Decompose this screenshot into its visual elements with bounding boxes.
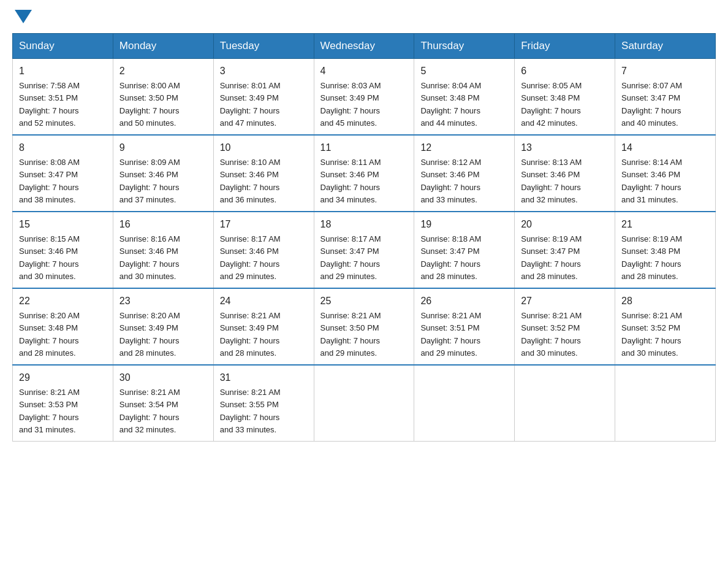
day-info: Sunrise: 8:12 AMSunset: 3:46 PMDaylight:… (420, 158, 481, 204)
day-info: Sunrise: 8:03 AMSunset: 3:49 PMDaylight:… (320, 81, 381, 128)
day-number: 18 (320, 217, 408, 232)
calendar-cell: 25 Sunrise: 8:21 AMSunset: 3:50 PMDaylig… (314, 288, 414, 365)
day-info: Sunrise: 8:21 AMSunset: 3:52 PMDaylight:… (621, 311, 682, 358)
calendar-cell: 23 Sunrise: 8:20 AMSunset: 3:49 PMDaylig… (113, 288, 213, 365)
day-number: 2 (119, 64, 207, 79)
day-info: Sunrise: 8:19 AMSunset: 3:47 PMDaylight:… (521, 234, 582, 281)
day-number: 30 (119, 370, 207, 385)
week-row-2: 8 Sunrise: 8:08 AMSunset: 3:47 PMDayligh… (13, 135, 716, 212)
day-number: 11 (320, 140, 408, 155)
day-number: 16 (119, 217, 207, 232)
day-number: 25 (320, 294, 408, 308)
calendar-cell: 28 Sunrise: 8:21 AMSunset: 3:52 PMDaylig… (615, 288, 716, 365)
day-info: Sunrise: 8:17 AMSunset: 3:47 PMDaylight:… (320, 234, 381, 281)
logo (12, 12, 32, 23)
calendar-cell: 13 Sunrise: 8:13 AMSunset: 3:46 PMDaylig… (515, 135, 615, 212)
column-header-saturday: Saturday (615, 34, 716, 59)
calendar-cell: 11 Sunrise: 8:11 AMSunset: 3:46 PMDaylig… (314, 135, 414, 212)
day-number: 15 (19, 217, 107, 232)
day-number: 22 (19, 294, 107, 308)
day-info: Sunrise: 8:01 AMSunset: 3:49 PMDaylight:… (220, 81, 281, 128)
day-number: 24 (220, 294, 308, 308)
week-row-5: 29 Sunrise: 8:21 AMSunset: 3:53 PMDaylig… (13, 365, 716, 442)
day-number: 31 (220, 370, 308, 385)
calendar-cell: 29 Sunrise: 8:21 AMSunset: 3:53 PMDaylig… (13, 365, 113, 442)
calendar-cell: 26 Sunrise: 8:21 AMSunset: 3:51 PMDaylig… (414, 288, 515, 365)
day-number: 27 (521, 294, 609, 308)
day-info: Sunrise: 8:15 AMSunset: 3:46 PMDaylight:… (19, 234, 80, 281)
week-row-3: 15 Sunrise: 8:15 AMSunset: 3:46 PMDaylig… (13, 212, 716, 288)
calendar-cell: 15 Sunrise: 8:15 AMSunset: 3:46 PMDaylig… (13, 212, 113, 288)
calendar-cell (314, 365, 414, 442)
day-number: 4 (320, 64, 408, 79)
day-info: Sunrise: 8:20 AMSunset: 3:48 PMDaylight:… (19, 311, 80, 358)
calendar-cell: 2 Sunrise: 8:00 AMSunset: 3:50 PMDayligh… (113, 59, 213, 136)
day-info: Sunrise: 8:14 AMSunset: 3:46 PMDaylight:… (621, 158, 682, 204)
calendar-cell: 27 Sunrise: 8:21 AMSunset: 3:52 PMDaylig… (515, 288, 615, 365)
day-info: Sunrise: 8:21 AMSunset: 3:52 PMDaylight:… (521, 311, 582, 358)
day-info: Sunrise: 8:13 AMSunset: 3:46 PMDaylight:… (521, 158, 582, 204)
day-info: Sunrise: 8:05 AMSunset: 3:48 PMDaylight:… (521, 81, 582, 128)
calendar-cell: 30 Sunrise: 8:21 AMSunset: 3:54 PMDaylig… (113, 365, 213, 442)
column-header-friday: Friday (515, 34, 615, 59)
day-number: 5 (420, 64, 508, 79)
calendar-cell: 3 Sunrise: 8:01 AMSunset: 3:49 PMDayligh… (213, 59, 314, 136)
column-header-wednesday: Wednesday (314, 34, 414, 59)
day-info: Sunrise: 8:08 AMSunset: 3:47 PMDaylight:… (19, 158, 80, 204)
day-number: 28 (621, 294, 709, 308)
calendar-cell: 17 Sunrise: 8:17 AMSunset: 3:46 PMDaylig… (213, 212, 314, 288)
day-number: 1 (19, 64, 107, 79)
day-info: Sunrise: 8:09 AMSunset: 3:46 PMDaylight:… (119, 158, 180, 204)
logo-triangle-icon (15, 10, 32, 23)
day-number: 20 (521, 217, 609, 232)
day-number: 26 (420, 294, 508, 308)
calendar-cell: 10 Sunrise: 8:10 AMSunset: 3:46 PMDaylig… (213, 135, 314, 212)
day-info: Sunrise: 8:21 AMSunset: 3:54 PMDaylight:… (119, 388, 180, 434)
calendar-cell (414, 365, 515, 442)
day-number: 19 (420, 217, 508, 232)
column-header-thursday: Thursday (414, 34, 515, 59)
calendar-cell: 21 Sunrise: 8:19 AMSunset: 3:48 PMDaylig… (615, 212, 716, 288)
day-number: 21 (621, 217, 709, 232)
calendar-cell: 19 Sunrise: 8:18 AMSunset: 3:47 PMDaylig… (414, 212, 515, 288)
day-number: 8 (19, 140, 107, 155)
day-number: 14 (621, 140, 709, 155)
day-info: Sunrise: 8:21 AMSunset: 3:53 PMDaylight:… (19, 388, 80, 434)
day-info: Sunrise: 7:58 AMSunset: 3:51 PMDaylight:… (19, 81, 80, 128)
calendar-cell: 31 Sunrise: 8:21 AMSunset: 3:55 PMDaylig… (213, 365, 314, 442)
calendar-cell: 9 Sunrise: 8:09 AMSunset: 3:46 PMDayligh… (113, 135, 213, 212)
day-info: Sunrise: 8:10 AMSunset: 3:46 PMDaylight:… (220, 158, 281, 204)
calendar-cell: 20 Sunrise: 8:19 AMSunset: 3:47 PMDaylig… (515, 212, 615, 288)
day-info: Sunrise: 8:07 AMSunset: 3:47 PMDaylight:… (621, 81, 682, 128)
day-info: Sunrise: 8:16 AMSunset: 3:46 PMDaylight:… (119, 234, 180, 281)
day-info: Sunrise: 8:00 AMSunset: 3:50 PMDaylight:… (119, 81, 180, 128)
day-info: Sunrise: 8:18 AMSunset: 3:47 PMDaylight:… (420, 234, 481, 281)
day-number: 7 (621, 64, 709, 79)
calendar-cell: 4 Sunrise: 8:03 AMSunset: 3:49 PMDayligh… (314, 59, 414, 136)
day-number: 23 (119, 294, 207, 308)
calendar-cell: 24 Sunrise: 8:21 AMSunset: 3:49 PMDaylig… (213, 288, 314, 365)
calendar-cell (515, 365, 615, 442)
day-info: Sunrise: 8:04 AMSunset: 3:48 PMDaylight:… (420, 81, 481, 128)
week-row-4: 22 Sunrise: 8:20 AMSunset: 3:48 PMDaylig… (13, 288, 716, 365)
calendar-header-row: SundayMondayTuesdayWednesdayThursdayFrid… (13, 34, 716, 59)
day-number: 9 (119, 140, 207, 155)
day-number: 10 (220, 140, 308, 155)
day-info: Sunrise: 8:17 AMSunset: 3:46 PMDaylight:… (220, 234, 281, 281)
calendar-cell: 16 Sunrise: 8:16 AMSunset: 3:46 PMDaylig… (113, 212, 213, 288)
column-header-tuesday: Tuesday (213, 34, 314, 59)
day-info: Sunrise: 8:21 AMSunset: 3:55 PMDaylight:… (220, 388, 281, 434)
day-number: 6 (521, 64, 609, 79)
calendar-cell: 7 Sunrise: 8:07 AMSunset: 3:47 PMDayligh… (615, 59, 716, 136)
calendar-cell: 1 Sunrise: 7:58 AMSunset: 3:51 PMDayligh… (13, 59, 113, 136)
day-info: Sunrise: 8:19 AMSunset: 3:48 PMDaylight:… (621, 234, 682, 281)
day-number: 3 (220, 64, 308, 79)
day-number: 12 (420, 140, 508, 155)
calendar-cell: 6 Sunrise: 8:05 AMSunset: 3:48 PMDayligh… (515, 59, 615, 136)
day-info: Sunrise: 8:21 AMSunset: 3:49 PMDaylight:… (220, 311, 281, 358)
calendar-cell: 8 Sunrise: 8:08 AMSunset: 3:47 PMDayligh… (13, 135, 113, 212)
column-header-sunday: Sunday (13, 34, 113, 59)
column-header-monday: Monday (113, 34, 213, 59)
calendar-cell: 12 Sunrise: 8:12 AMSunset: 3:46 PMDaylig… (414, 135, 515, 212)
calendar-table: SundayMondayTuesdayWednesdayThursdayFrid… (12, 33, 716, 442)
